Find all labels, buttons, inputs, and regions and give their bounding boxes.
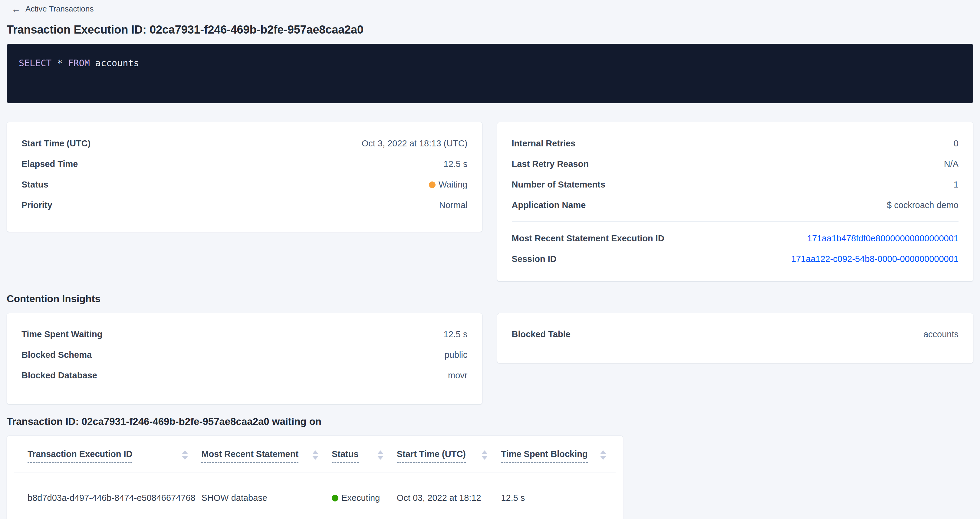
row-most-recent-statement: SHOW database bbox=[201, 493, 332, 503]
row-transaction-execution-id: b8d7d03a-d497-446b-8474-e50846674768 bbox=[14, 493, 201, 503]
blocked-schema-value: public bbox=[445, 350, 468, 360]
row-status: Executing bbox=[332, 493, 397, 503]
column-header-transaction-execution-id: Transaction Execution ID bbox=[14, 449, 201, 472]
contention-card-right: Blocked Table accounts bbox=[497, 313, 974, 363]
sql-statement-box: SELECT*FROMaccounts bbox=[7, 44, 973, 103]
sql-identifier-accounts: accounts bbox=[95, 58, 139, 68]
sort-arrows-icon[interactable] bbox=[377, 450, 383, 460]
start-time-column-label[interactable]: Start Time (UTC) bbox=[397, 449, 466, 463]
transaction-summary-card-left: Start Time (UTC) Oct 3, 2022 at 18:13 (U… bbox=[7, 122, 482, 232]
number-of-statements-value: 1 bbox=[954, 179, 959, 190]
sql-statement-text: SELECT*FROMaccounts bbox=[19, 58, 959, 69]
waiting-on-heading: Transaction ID: 02ca7931-f246-469b-b2fe-… bbox=[7, 416, 973, 427]
transaction-summary-card-right: Internal Retries 0 Last Retry Reason N/A… bbox=[497, 122, 974, 282]
summary-cards-row: Start Time (UTC) Oct 3, 2022 at 18:13 (U… bbox=[7, 122, 973, 282]
last-retry-reason-value: N/A bbox=[944, 159, 959, 169]
contention-row-blocked-table: Blocked Table accounts bbox=[512, 324, 959, 345]
summary-row-internal-retries: Internal Retries 0 bbox=[512, 133, 959, 154]
column-header-time-spent-blocking: Time Spent Blocking bbox=[501, 449, 616, 472]
sort-arrows-icon[interactable] bbox=[182, 450, 188, 460]
column-header-start-time: Start Time (UTC) bbox=[397, 449, 501, 472]
elapsed-time-value: 12.5 s bbox=[444, 159, 468, 169]
status-label: Status bbox=[21, 179, 48, 190]
page-title: Transaction Execution ID: 02ca7931-f246-… bbox=[7, 23, 973, 36]
internal-retries-value: 0 bbox=[954, 138, 959, 149]
contention-insights-heading: Contention Insights bbox=[7, 293, 973, 305]
contention-row-blocked-schema: Blocked Schema public bbox=[21, 345, 468, 365]
session-id-link[interactable]: 171aa122-c092-54b8-0000-000000000001 bbox=[791, 254, 959, 264]
contention-cards-row: Time Spent Waiting 12.5 s Blocked Schema… bbox=[7, 313, 973, 405]
column-header-status: Status bbox=[332, 449, 397, 472]
contention-row-time-spent-waiting: Time Spent Waiting 12.5 s bbox=[21, 324, 468, 345]
sort-arrows-icon[interactable] bbox=[600, 450, 606, 460]
sql-keyword-from: FROM bbox=[68, 58, 90, 68]
blocked-table-label: Blocked Table bbox=[512, 329, 571, 339]
blocked-database-value: movr bbox=[448, 370, 467, 381]
priority-label: Priority bbox=[21, 200, 52, 210]
summary-row-priority: Priority Normal bbox=[21, 195, 468, 215]
summary-row-start-time: Start Time (UTC) Oct 3, 2022 at 18:13 (U… bbox=[21, 133, 468, 154]
row-status-text: Executing bbox=[341, 493, 380, 503]
sql-keyword-select: SELECT bbox=[19, 58, 51, 68]
status-column-label[interactable]: Status bbox=[332, 449, 359, 463]
transaction-details-page: ← Active Transactions Transaction Execut… bbox=[0, 0, 980, 519]
row-time-spent-blocking: 12.5 s bbox=[501, 493, 616, 503]
priority-value: Normal bbox=[439, 200, 467, 210]
session-id-label: Session ID bbox=[512, 254, 557, 264]
start-time-label: Start Time (UTC) bbox=[21, 138, 91, 149]
column-header-most-recent-statement: Most Recent Statement bbox=[201, 449, 332, 472]
time-spent-waiting-value: 12.5 s bbox=[444, 329, 468, 339]
summary-row-last-retry-reason: Last Retry Reason N/A bbox=[512, 154, 959, 174]
executing-status-dot-icon bbox=[332, 495, 338, 502]
time-spent-blocking-column-label[interactable]: Time Spent Blocking bbox=[501, 449, 587, 463]
summary-row-status: Status Waiting bbox=[21, 174, 468, 195]
summary-row-application-name: Application Name $ cockroach demo bbox=[512, 195, 959, 215]
back-arrow-icon: ← bbox=[11, 5, 21, 14]
back-to-active-transactions-link[interactable]: ← Active Transactions bbox=[11, 4, 94, 14]
elapsed-time-label: Elapsed Time bbox=[21, 159, 78, 169]
most-recent-statement-column-label[interactable]: Most Recent Statement bbox=[201, 449, 298, 463]
contention-row-blocked-database: Blocked Database movr bbox=[21, 365, 468, 386]
number-of-statements-label: Number of Statements bbox=[512, 179, 605, 190]
sort-arrows-icon[interactable] bbox=[312, 450, 318, 460]
sql-operator-star: * bbox=[57, 58, 62, 68]
start-time-value: Oct 3, 2022 at 18:13 (UTC) bbox=[362, 138, 468, 149]
summary-row-statement-execution-id: Most Recent Statement Execution ID 171aa… bbox=[512, 228, 959, 249]
statement-execution-id-link[interactable]: 171aa1b478fdf0e80000000000000001 bbox=[807, 233, 959, 243]
contention-card-left: Time Spent Waiting 12.5 s Blocked Schema… bbox=[7, 313, 482, 405]
row-start-time: Oct 03, 2022 at 18:12 bbox=[397, 493, 501, 503]
waiting-status-dot-icon bbox=[429, 181, 436, 188]
blocked-schema-label: Blocked Schema bbox=[21, 350, 92, 360]
statement-execution-id-label: Most Recent Statement Execution ID bbox=[512, 233, 664, 243]
application-name-label: Application Name bbox=[512, 200, 586, 210]
last-retry-reason-label: Last Retry Reason bbox=[512, 159, 589, 169]
waiting-on-table-card: Transaction Execution ID Most Recent Sta… bbox=[7, 435, 623, 519]
application-name-value: $ cockroach demo bbox=[887, 200, 959, 210]
waiting-on-table-header: Transaction Execution ID Most Recent Sta… bbox=[14, 436, 616, 472]
status-value-text: Waiting bbox=[439, 179, 468, 189]
internal-retries-label: Internal Retries bbox=[512, 138, 576, 149]
sort-arrows-icon[interactable] bbox=[482, 450, 488, 460]
blocked-table-value: accounts bbox=[923, 329, 959, 339]
card-divider bbox=[512, 221, 959, 222]
time-spent-waiting-label: Time Spent Waiting bbox=[21, 329, 102, 339]
transaction-execution-id-column-label[interactable]: Transaction Execution ID bbox=[27, 449, 132, 463]
table-row: b8d7d03a-d497-446b-8474-e50846674768 SHO… bbox=[14, 472, 616, 519]
status-value: Waiting bbox=[429, 179, 468, 190]
summary-row-session-id: Session ID 171aa122-c092-54b8-0000-00000… bbox=[512, 249, 959, 269]
back-link-label: Active Transactions bbox=[25, 4, 94, 14]
summary-row-number-of-statements: Number of Statements 1 bbox=[512, 174, 959, 195]
blocked-database-label: Blocked Database bbox=[21, 370, 97, 381]
summary-row-elapsed-time: Elapsed Time 12.5 s bbox=[21, 154, 468, 174]
